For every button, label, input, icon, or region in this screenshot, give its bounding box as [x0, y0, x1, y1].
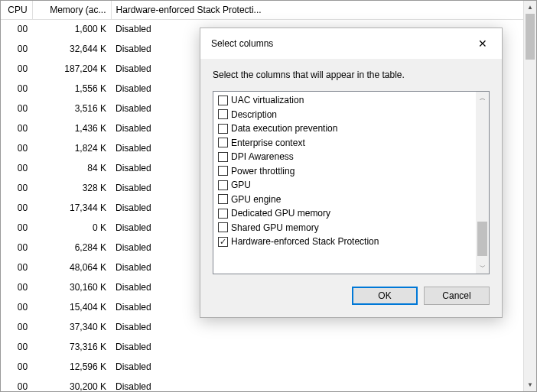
cell-memory: 12,596 K	[32, 357, 111, 377]
scroll-up-icon[interactable]: ▲	[524, 1, 536, 14]
cell-hw-stack: Disabled	[111, 357, 536, 377]
table-row[interactable]: 0073,316 KDisabled	[1, 337, 536, 357]
cell-memory: 3,516 K	[32, 99, 111, 118]
checkbox[interactable]	[218, 222, 228, 232]
cell-memory: 17,344 K	[32, 198, 111, 218]
column-option-label: Enterprise context	[231, 138, 305, 148]
column-option[interactable]: Description	[213, 108, 476, 122]
cell-hw-stack: Disabled	[111, 377, 536, 391]
table-row[interactable]: 0030,200 KDisabled	[1, 377, 536, 391]
listbox-scroll-up-icon[interactable]: ︿	[476, 92, 489, 105]
column-option-label: Power throttling	[231, 166, 295, 177]
select-columns-dialog: Select columns ✕ Select the columns that…	[200, 28, 503, 318]
cell-memory: 32,644 K	[32, 39, 111, 59]
listbox-scroll-down-icon[interactable]: ﹀	[476, 261, 489, 274]
cell-cpu: 00	[1, 357, 32, 377]
cell-cpu: 00	[1, 99, 32, 118]
checkbox[interactable]	[218, 138, 228, 147]
column-option-label: Description	[231, 109, 277, 120]
dialog-titlebar[interactable]: Select columns ✕	[200, 28, 502, 59]
dialog-title-text: Select columns	[211, 38, 273, 49]
cell-cpu: 00	[1, 39, 32, 59]
column-option[interactable]: Shared GPU memory	[213, 221, 476, 235]
cell-hw-stack: Disabled	[111, 337, 536, 357]
close-icon[interactable]: ✕	[473, 36, 493, 51]
cell-memory: 1,600 K	[32, 19, 111, 39]
column-option[interactable]: GPU	[213, 178, 476, 193]
checkbox[interactable]	[218, 166, 228, 176]
checkbox[interactable]	[218, 152, 228, 162]
cell-cpu: 00	[1, 138, 32, 158]
column-option[interactable]: DPI Awareness	[213, 150, 476, 164]
column-option[interactable]: GPU engine	[213, 193, 476, 207]
cell-memory: 1,824 K	[32, 138, 111, 158]
checkbox[interactable]	[218, 109, 228, 119]
cell-cpu: 00	[1, 297, 32, 317]
table-row[interactable]: 0012,596 KDisabled	[1, 357, 536, 377]
cell-memory: 0 K	[32, 218, 111, 238]
ok-button[interactable]: OK	[352, 287, 418, 305]
cell-cpu: 00	[1, 178, 32, 198]
table-row[interactable]: 0037,340 KDisabled	[1, 317, 536, 337]
column-header-cpu[interactable]: CPU	[1, 1, 32, 19]
column-option-label: GPU engine	[231, 194, 281, 205]
cell-memory: 73,316 K	[32, 337, 111, 357]
cell-memory: 328 K	[32, 178, 111, 198]
scroll-thumb[interactable]	[526, 14, 535, 60]
column-header-memory[interactable]: Memory (ac...	[32, 1, 111, 19]
checkbox[interactable]	[218, 194, 228, 204]
cancel-button[interactable]: Cancel	[424, 287, 490, 305]
listbox-scrollbar[interactable]: ︿ ﹀	[476, 92, 489, 274]
cell-cpu: 00	[1, 337, 32, 357]
cell-cpu: 00	[1, 218, 32, 238]
cell-memory: 30,200 K	[32, 377, 111, 391]
cell-memory: 37,340 K	[32, 317, 111, 337]
column-option[interactable]: Data execution prevention	[213, 121, 476, 136]
cell-cpu: 00	[1, 317, 32, 337]
cell-memory: 30,160 K	[32, 277, 111, 297]
checkbox[interactable]	[218, 180, 228, 190]
column-option-label: DPI Awareness	[231, 151, 294, 162]
cell-cpu: 00	[1, 19, 32, 39]
column-option-label: GPU	[231, 180, 251, 190]
scroll-down-icon[interactable]: ▼	[524, 378, 536, 391]
cell-memory: 84 K	[32, 158, 111, 178]
column-header-hw-stack[interactable]: Hardware-enforced Stack Protecti...	[111, 1, 536, 19]
dialog-instruction: Select the columns that will appear in t…	[213, 70, 490, 80]
columns-listbox: UAC virtualizationDescriptionData execut…	[213, 91, 490, 274]
cell-cpu: 00	[1, 198, 32, 218]
column-option[interactable]: Hardware-enforced Stack Protection	[213, 235, 476, 249]
column-option-label: Data execution prevention	[231, 123, 337, 134]
checkbox[interactable]	[218, 124, 228, 134]
checkbox[interactable]	[218, 96, 228, 105]
cell-memory: 1,436 K	[32, 118, 111, 138]
column-option-label: Shared GPU memory	[231, 222, 319, 233]
cell-memory: 1,556 K	[32, 79, 111, 99]
checkbox[interactable]	[218, 237, 228, 247]
cell-cpu: 00	[1, 158, 32, 178]
checkbox[interactable]	[218, 209, 228, 219]
cell-memory: 15,404 K	[32, 297, 111, 317]
cell-memory: 187,204 K	[32, 59, 111, 79]
cell-cpu: 00	[1, 277, 32, 297]
table-scrollbar[interactable]: ▲ ▼	[523, 1, 536, 391]
cell-cpu: 00	[1, 258, 32, 277]
cell-cpu: 00	[1, 79, 32, 99]
cell-memory: 6,284 K	[32, 238, 111, 258]
listbox-scroll-thumb[interactable]	[477, 222, 487, 256]
column-option-label: Hardware-enforced Stack Protection	[231, 236, 379, 247]
cell-cpu: 00	[1, 238, 32, 258]
cell-hw-stack: Disabled	[111, 317, 536, 337]
column-option[interactable]: UAC virtualization	[213, 93, 476, 108]
cell-cpu: 00	[1, 59, 32, 79]
column-option-label: Dedicated GPU memory	[231, 208, 330, 219]
cell-cpu: 00	[1, 118, 32, 138]
column-option[interactable]: Dedicated GPU memory	[213, 206, 476, 221]
column-option[interactable]: Enterprise context	[213, 136, 476, 151]
cell-memory: 48,064 K	[32, 258, 111, 277]
column-option-label: UAC virtualization	[231, 95, 304, 105]
cell-cpu: 00	[1, 377, 32, 391]
column-option[interactable]: Power throttling	[213, 164, 476, 179]
